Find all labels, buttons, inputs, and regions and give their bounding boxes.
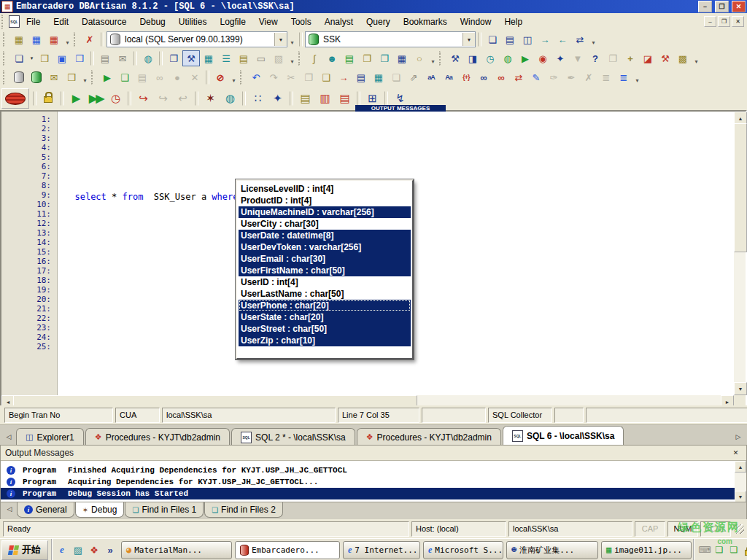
- check-script-icon[interactable]: ▥: [315, 89, 335, 108]
- menu-file[interactable]: File: [20, 15, 47, 28]
- replace-icon[interactable]: ⇄: [510, 69, 527, 85]
- generate-sql-icon[interactable]: ▩: [674, 50, 692, 66]
- monitor-icon[interactable]: ▦: [393, 50, 411, 66]
- next-window-icon[interactable]: →: [536, 31, 554, 47]
- scroll-up-icon[interactable]: ▲: [735, 461, 746, 472]
- database-manager-icon[interactable]: [28, 69, 45, 85]
- output-message-3[interactable]: i Program Debug Session has Started: [1, 488, 735, 499]
- compile-sql-icon[interactable]: ∫: [306, 50, 323, 66]
- menu-analyst[interactable]: Analyst: [318, 15, 360, 28]
- unregister-datasource-icon[interactable]: ▦: [45, 31, 63, 47]
- tab-sql2[interactable]: SQL SQL 2 * - \local\SSK\sa: [231, 428, 355, 446]
- output-scrollbar[interactable]: ▲ ▼: [735, 461, 746, 502]
- new-window-icon[interactable]: ❐: [358, 50, 376, 66]
- ac-uniquemachineid[interactable]: UniqueMachineID : varchar[256]: [239, 206, 411, 218]
- step-over-icon[interactable]: ↪: [153, 89, 173, 108]
- ac-useremail[interactable]: UserEmail : char[30]: [239, 253, 411, 265]
- debug-start-icon[interactable]: ▶: [66, 89, 86, 108]
- menu-view[interactable]: View: [252, 15, 285, 28]
- ac-licenselevelid[interactable]: LicenseLevelID : int[4]: [239, 183, 411, 195]
- step-out-icon[interactable]: ↩: [173, 89, 193, 108]
- format-icon[interactable]: ✎: [527, 69, 545, 85]
- ac-userzip[interactable]: UserZip : char[10]: [239, 335, 411, 346]
- paste-icon[interactable]: ❑: [317, 69, 335, 85]
- books-icon[interactable]: ▤: [133, 69, 151, 85]
- catalog-icon[interactable]: ▤: [341, 50, 358, 66]
- alarm-icon[interactable]: ◉: [534, 50, 551, 66]
- scroll-down-icon[interactable]: ▼: [735, 491, 746, 502]
- vertical-scroll-thumb[interactable]: [734, 123, 747, 252]
- job-monitor-icon[interactable]: ◨: [464, 50, 481, 66]
- print-icon[interactable]: ▤: [96, 50, 114, 66]
- tab-scroll-right-icon[interactable]: ▷: [732, 430, 744, 443]
- step-into-icon[interactable]: ↪: [133, 89, 153, 108]
- output-tab-find1[interactable]: ❏ Find in Files 1: [125, 502, 204, 518]
- data-editor-icon[interactable]: ▭: [252, 50, 270, 66]
- comment-icon[interactable]: ✑: [545, 69, 562, 85]
- paste-sql-icon[interactable]: ▧: [270, 50, 287, 66]
- tab-explorer1[interactable]: ◫ Explorer1: [16, 428, 84, 446]
- save-icon[interactable]: ▣: [53, 50, 71, 66]
- unlock-icon[interactable]: [39, 89, 58, 108]
- toolbar-overflow-icon[interactable]: ▾: [692, 50, 701, 67]
- lowercase-icon[interactable]: Aa: [440, 69, 457, 85]
- uppercase-icon[interactable]: aA: [422, 69, 440, 85]
- output-tab-find2[interactable]: ❏ Find in Files 2: [204, 502, 283, 518]
- organize-datasources-icon[interactable]: ▦: [28, 31, 45, 47]
- tab-scroll-left-icon[interactable]: ◁: [4, 502, 15, 516]
- ac-userphone[interactable]: UserPhone : char[20]: [239, 300, 411, 311]
- tab-procedures-2[interactable]: ❖ Procedures - KYJT\db2admin: [357, 428, 501, 446]
- scroll-down-icon[interactable]: ▼: [734, 382, 747, 395]
- toolbar-overflow-icon[interactable]: ▾: [428, 50, 438, 67]
- strip-comment-icon[interactable]: ✗: [580, 69, 597, 85]
- embarcadero-logo-icon[interactable]: [1, 88, 29, 109]
- redo-icon[interactable]: ↷: [265, 69, 282, 85]
- show-desktop-icon[interactable]: ▨: [71, 543, 85, 556]
- output-close-icon[interactable]: ✕: [729, 447, 742, 459]
- image-icon[interactable]: ▦: [370, 69, 387, 85]
- toolbar-overflow-icon[interactable]: ▾: [80, 69, 90, 86]
- debug-continue-icon[interactable]: ▶▶: [86, 89, 106, 108]
- task-image011[interactable]: ▦ image011.jp...: [601, 541, 692, 559]
- new-dropdown-icon[interactable]: ▾: [28, 50, 36, 66]
- new-document-icon[interactable]: ❏: [10, 50, 28, 66]
- search-quicklaunch-icon[interactable]: ❖: [88, 543, 101, 556]
- ac-userdevtoken[interactable]: UserDevToken : varchar[256]: [239, 241, 411, 253]
- wizard-icon[interactable]: ✦: [551, 50, 569, 66]
- debug-timeout-icon[interactable]: ◷: [106, 89, 125, 108]
- toolbar-overflow-icon[interactable]: ▾: [287, 31, 297, 48]
- multi-execute-icon[interactable]: ❑: [116, 69, 133, 85]
- menu-help[interactable]: Help: [498, 15, 529, 28]
- ac-usercity[interactable]: UserCity : char[30]: [239, 218, 411, 230]
- web-browse-icon[interactable]: ◍: [139, 50, 157, 66]
- mdi-minimize-button[interactable]: –: [704, 16, 716, 27]
- toolbar-overflow-icon[interactable]: ▾: [63, 31, 72, 48]
- security-manager-icon[interactable]: ☻: [323, 50, 341, 66]
- find-icon[interactable]: ∞: [475, 69, 492, 85]
- menu-utilities[interactable]: Utilities: [172, 15, 214, 28]
- link-icon[interactable]: ∞: [151, 69, 169, 85]
- breakpoint-options-icon[interactable]: ∷: [248, 89, 268, 108]
- menu-debug[interactable]: Debug: [133, 15, 171, 28]
- close-button[interactable]: ✕: [732, 1, 746, 12]
- cancel-icon[interactable]: ✕: [186, 69, 204, 85]
- deploy-script-icon[interactable]: ▤: [295, 89, 315, 108]
- datasource-explorer-icon[interactable]: ❐: [165, 50, 182, 66]
- stop-icon[interactable]: ⊘: [212, 69, 229, 85]
- document-icon[interactable]: SQL: [9, 15, 20, 28]
- indent-icon[interactable]: ≣: [597, 69, 615, 85]
- chevron-icon[interactable]: »: [104, 543, 117, 556]
- database-combobox-caret-icon[interactable]: ▼: [462, 33, 475, 46]
- query-builder-icon[interactable]: ▦: [200, 50, 217, 66]
- generate-script-icon[interactable]: ▤: [335, 89, 355, 108]
- web-publish-icon[interactable]: ◍: [499, 50, 516, 66]
- edit-sql-icon[interactable]: ▤: [352, 69, 370, 85]
- tray-app1-icon[interactable]: ❏: [713, 544, 725, 556]
- datasource-combobox-caret-icon[interactable]: ▼: [274, 33, 287, 46]
- menu-tools[interactable]: Tools: [285, 15, 318, 28]
- isql-editor-icon[interactable]: ⚒: [182, 50, 200, 66]
- previous-window-icon[interactable]: ←: [554, 31, 571, 47]
- cut-icon[interactable]: ✂: [282, 69, 300, 85]
- tray-lock-icon[interactable]: [743, 544, 747, 556]
- keyboard-icon[interactable]: ⌨: [699, 544, 711, 556]
